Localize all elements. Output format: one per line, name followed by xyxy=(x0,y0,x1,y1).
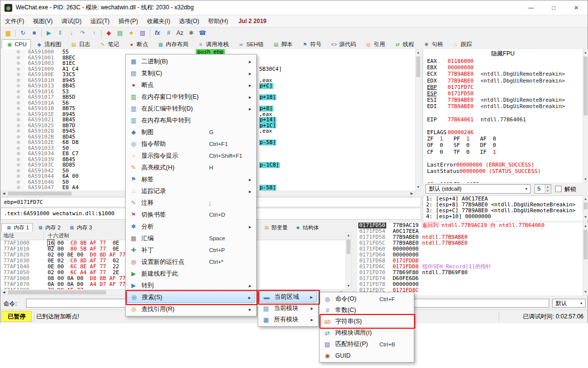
scroll-thumb[interactable] xyxy=(584,230,588,259)
scroll-up-icon[interactable]: ▲ xyxy=(583,223,588,229)
menubar-item[interactable]: 选项(O) xyxy=(175,15,204,28)
menu-item-constant[interactable]: #常数(C) xyxy=(321,305,413,316)
dump-tab-struct[interactable]: ◆结构体 xyxy=(291,223,323,232)
command-profile-dropdown[interactable]: 默认 ▼ xyxy=(552,299,586,308)
breakpoint-dot-icon[interactable] xyxy=(17,73,20,76)
register-row[interactable]: EIP77B64061ntdll.77B64061 xyxy=(423,116,583,123)
scroll-thumb[interactable] xyxy=(8,192,72,196)
breakpoint-dot-icon[interactable] xyxy=(17,174,20,178)
run-button[interactable]: ▶ xyxy=(43,28,54,38)
appearance-font-button[interactable]: Az xyxy=(174,28,186,38)
arguments-vscrollbar[interactable]: ▲ ▼ xyxy=(583,196,588,221)
breakpoint-dot-icon[interactable] xyxy=(17,135,20,139)
register-row[interactable]: EBX00000000 xyxy=(423,64,583,71)
tab-breakpoints[interactable]: ●断点 xyxy=(124,39,153,49)
scroll-thumb[interactable] xyxy=(416,57,420,77)
menu-item-label[interactable]: ⚑标签▸ xyxy=(127,173,255,185)
scroll-up-icon[interactable]: ▲ xyxy=(583,50,588,56)
menu-item-goto[interactable]: ▶转到▸ xyxy=(127,280,255,291)
calling-convention-dropdown[interactable]: 默认 (stdcall) ▼ xyxy=(426,184,531,194)
spin-up-icon[interactable]: ▲ xyxy=(545,185,550,189)
breakpoint-dot-icon[interactable] xyxy=(17,79,20,82)
breakpoint-dot-icon[interactable] xyxy=(17,141,20,144)
breakpoint-dot-icon[interactable] xyxy=(17,146,20,150)
tab-script[interactable]: ▤脚本 xyxy=(268,39,297,49)
breakpoint-dot-icon[interactable] xyxy=(17,129,20,133)
breakpoint-dot-icon[interactable] xyxy=(17,90,20,93)
menubar-item[interactable]: 视图(V) xyxy=(28,15,57,28)
stack-row[interactable]: 0171FD74D60FE6D6 xyxy=(357,276,583,282)
scroll-thumb[interactable] xyxy=(584,57,588,115)
hide-fpu-toggle[interactable]: 隐藏FPU xyxy=(423,49,583,58)
breakpoint-dot-icon[interactable] xyxy=(17,169,20,172)
pause-button[interactable]: ‖ xyxy=(54,28,66,38)
tab-log[interactable]: ▤日志 xyxy=(66,39,95,49)
breakpoint-dot-icon[interactable] xyxy=(17,158,20,161)
register-row[interactable]: ESI77B9ABE0<ntdll.DbgUiRemoteBreakin> xyxy=(423,97,583,103)
maximize-button[interactable]: □ xyxy=(542,0,565,15)
stack-row[interactable]: 0171FD7800000000 xyxy=(357,282,583,287)
scroll-right-icon[interactable]: ▶ xyxy=(409,191,415,196)
registers-pane[interactable]: 隐藏FPU EAX01186000EBX00000000ECX77B9ABE0<… xyxy=(423,49,583,183)
scroll-down-icon[interactable]: ▼ xyxy=(346,283,351,289)
menu-item-find-references[interactable]: ◎查找引用(R)▸ xyxy=(127,303,255,315)
stop-debugging-button[interactable]: ■ xyxy=(28,28,40,38)
restart-button[interactable]: ↻ xyxy=(17,28,28,38)
breakpoint-dot-icon[interactable] xyxy=(17,95,20,99)
tab-seh[interactable]: ∞SEH链 xyxy=(233,39,268,49)
register-row[interactable]: ZF1PF1AF0 xyxy=(423,136,583,142)
register-row[interactable]: EDX77B9ABE0<ntdll.DbgUiRemoteBreakin> xyxy=(423,78,583,84)
breakpoint-dot-icon[interactable] xyxy=(17,152,20,155)
menu-item-search[interactable]: ◎搜索(S)▸ xyxy=(127,291,255,303)
menu-item-all-modules[interactable]: ▦所有模块▸ xyxy=(259,314,317,325)
register-row[interactable]: EDI77B9ABE0<ntdll.DbgUiRemoteBreakin> xyxy=(423,103,583,110)
stack-row[interactable]: 0171FD5C77B9ABE0ntdll.77B9ABE0 xyxy=(357,240,583,246)
menu-item-patch[interactable]: ✚补丁Ctrl+P xyxy=(127,244,255,256)
scroll-down-icon[interactable]: ▼ xyxy=(583,214,588,220)
stack-row[interactable]: 0171FD7077B69F80ntdll.77B69F80 xyxy=(357,270,583,276)
fx-script-button[interactable]: fx xyxy=(152,28,163,38)
menu-item-string-references[interactable]: ab字符串(S) xyxy=(321,316,413,327)
register-row[interactable]: CF0TF0IF1 xyxy=(423,149,583,155)
tab-references[interactable]: ◎引用 xyxy=(360,39,389,49)
dump-tab-dump-2[interactable]: ▦内存 2 xyxy=(33,223,64,232)
menubar-item[interactable]: 插件(P) xyxy=(114,15,142,28)
disassembly-vscrollbar[interactable]: ▲ ▼ xyxy=(415,49,421,191)
menu-item-breakpoint[interactable]: ●断点▸ xyxy=(127,79,255,91)
argument-depth-spinner[interactable]: 5 ▲ ▼ xyxy=(535,184,551,194)
stack-pane[interactable]: 0171FD5077B9AC19返回到 ntdll.77B9AC19 自 ntd… xyxy=(357,223,583,295)
menubar-item[interactable]: 帮助(H) xyxy=(204,15,233,28)
register-row[interactable]: EFLAGS00000246 xyxy=(423,129,583,136)
tab-source[interactable]: <>源代码 xyxy=(326,39,361,49)
register-row[interactable]: EAX01186000 xyxy=(423,58,583,64)
animate-into-button[interactable]: ◆ xyxy=(103,28,114,38)
tab-notes[interactable]: ✎笔记 xyxy=(95,39,124,49)
menu-item-highlighting-mode[interactable]: ✎高亮模式(H)H xyxy=(127,162,255,173)
execute-till-return-button[interactable]: ↑ xyxy=(88,28,100,38)
dump-tab-dump-3[interactable]: ▦内存 3 xyxy=(64,223,96,232)
menu-item-pattern[interactable]: ▧匹配特征(P)Ctrl+B xyxy=(321,339,413,350)
scroll-up-icon[interactable]: ▲ xyxy=(346,232,351,238)
register-row[interactable]: ECX77B9ABE0<ntdll.DbgUiRemoteBreakin> xyxy=(423,71,583,77)
breakpoint-dot-icon[interactable] xyxy=(17,67,20,71)
stack-arguments-pane[interactable]: 1: [esp+4] A0C17EEA2: [esp+8] 77B9ABE0 <… xyxy=(423,196,583,221)
argument-row[interactable]: 4: [esp+10] 00000000 xyxy=(423,214,583,220)
dump-vscrollbar[interactable]: ▲ ▼ xyxy=(346,232,351,289)
stack-vscrollbar[interactable]: ▲ ▼ xyxy=(583,223,588,295)
menubar-item[interactable]: 文件(F) xyxy=(0,15,28,28)
breakpoint-dot-icon[interactable] xyxy=(17,56,20,59)
scroll-up-icon[interactable]: ▲ xyxy=(416,50,421,56)
menu-item-follow-in-memory[interactable]: ▥在内存窗口中转到(E)▸ xyxy=(127,91,255,103)
menu-item-graph[interactable]: ◆制图G xyxy=(127,126,255,138)
tab-symbols[interactable]: ⚑符号 xyxy=(297,39,326,49)
menu-item-guid[interactable]: ◉GUID xyxy=(321,350,413,361)
menu-item-binary[interactable]: ▦二进制(B)▸ xyxy=(127,56,255,67)
menu-item-instruction-help[interactable]: ◎指令帮助Ctrl+F1 xyxy=(127,138,255,150)
tab-handles[interactable]: ✱句柄 xyxy=(418,39,447,49)
tab-call-stack[interactable]: ≡调用堆栈 xyxy=(193,39,233,49)
script-shortcut-button[interactable]: ▤ xyxy=(114,28,126,38)
tab-cpu[interactable]: ▣CPU xyxy=(1,39,31,49)
menu-item-set-new-origin[interactable]: ◎设置新的运行点Ctrl+* xyxy=(127,256,255,268)
scroll-down-icon[interactable]: ▼ xyxy=(583,176,588,182)
menubar-item[interactable]: 追踪(T) xyxy=(86,15,114,28)
